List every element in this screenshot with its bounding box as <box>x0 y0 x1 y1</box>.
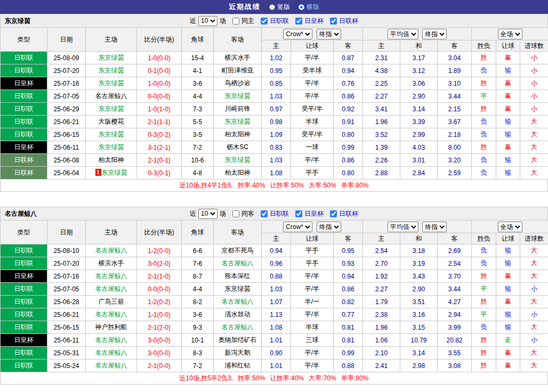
league-cup-checkbox[interactable] <box>330 210 337 217</box>
corner-cell: 7-2 <box>182 141 214 154</box>
league-emperor-checkbox[interactable] <box>295 18 302 24</box>
match-date-cell: 25-08-09 <box>47 52 86 64</box>
league-type-cell: 日职联 <box>1 308 47 321</box>
league-cup-label[interactable]: 日联杯 <box>339 209 358 218</box>
odds-stage-select[interactable]: 终指 <box>317 222 341 232</box>
odds-home-cell: 1.03 <box>262 283 291 296</box>
score-cell: 3-0(0-0) <box>137 347 182 360</box>
red-card-badge: 1 <box>95 169 101 176</box>
result-group-header: 全场 <box>472 220 548 233</box>
avg-draw-cell: 2.84 <box>400 167 438 179</box>
layout-option-vertical[interactable]: 竖版 <box>269 3 290 12</box>
avg-home-cell: 4.38 <box>363 64 400 77</box>
corner-cell: 4-4 <box>182 283 214 296</box>
match-row: 日职联25-08-10名古屋鲸八1-2(0-0)6-6京都不死鸟0.94平手0.… <box>1 244 548 257</box>
horizontal-radio[interactable] <box>299 4 304 10</box>
scope-select[interactable]: 全场 <box>498 29 522 39</box>
corner-cell: 7-3 <box>182 103 214 116</box>
odds-stage-select[interactable]: 终指 <box>317 29 341 39</box>
avg-away-cell: 3.08 <box>438 360 472 372</box>
scope-select[interactable]: 全场 <box>498 222 522 232</box>
handicap-cell: 平/半 <box>291 90 334 103</box>
home-team-name: 东京绿茵 <box>99 105 124 112</box>
match-date-cell: 25-06-21 <box>47 308 86 321</box>
league-emperor-label[interactable]: 日皇杯 <box>304 17 324 26</box>
vertical-radio[interactable] <box>269 4 275 10</box>
odds-away-cell: 0.82 <box>334 296 363 308</box>
corner-cell: 3-6 <box>182 77 214 90</box>
league-cup-checkbox[interactable] <box>330 18 337 24</box>
avg-draw-cell: 2.99 <box>400 128 438 141</box>
col-home: 主场 <box>86 220 137 244</box>
league-cup-label[interactable]: 日联杯 <box>339 17 358 26</box>
odds-away-cell: 0.86 <box>334 283 363 296</box>
same-venue-checkbox[interactable] <box>232 210 239 217</box>
sub-col-avg-away: 客 <box>438 233 472 244</box>
avg-stage-select[interactable]: 终指 <box>422 222 447 232</box>
match-count-select[interactable]: 10 <box>198 16 217 26</box>
handicap-cell: 半/一 <box>291 296 334 308</box>
league-type-cell: 日职联 <box>1 283 47 296</box>
avg-group-header: 平均值 终指 <box>363 28 472 40</box>
sub-col-avg-home: 主 <box>363 233 400 244</box>
result-handicap-cell: 赢 <box>496 347 520 360</box>
result-outcome-cell: 负 <box>472 116 496 128</box>
odds-source-select[interactable]: Crow* <box>283 29 312 39</box>
league-type-cell: 日联杯 <box>1 167 47 179</box>
avg-source-select[interactable]: 平均值 <box>388 29 418 39</box>
avg-stage-select[interactable]: 终指 <box>422 29 447 39</box>
match-row: 日职联25-07-20东京绿茵0-1(0-0)4-1町田泽维亚0.95受半球0.… <box>1 64 548 77</box>
result-goals-cell: 大 <box>520 347 548 360</box>
handicap-cell: 三球 <box>291 334 334 347</box>
result-goals-cell: 大 <box>520 296 548 308</box>
odds-away-cell: 0.81 <box>334 321 363 334</box>
sub-col-outcome: 胜负 <box>472 40 496 52</box>
col-away: 客场 <box>214 28 262 52</box>
handicap-cell: 平/半 <box>291 283 334 296</box>
result-outcome-cell: 负 <box>472 128 496 141</box>
layout-option-horizontal[interactable]: 横版 <box>299 3 319 12</box>
league-j1-label[interactable]: 日职联 <box>270 209 289 218</box>
corner-cell: 7-2 <box>182 360 214 372</box>
away-team-cell: 熊本深红 <box>214 270 262 283</box>
topbar: 近期战绩 竖版 横版 <box>0 0 548 14</box>
result-goals-cell: 大 <box>520 167 548 179</box>
home-team-cell: 名古屋鲸八 <box>86 244 137 257</box>
odds-home-cell: 0.95 <box>262 64 291 77</box>
league-j1-checkbox[interactable] <box>261 18 268 24</box>
same-venue-label[interactable]: 同主 <box>241 17 254 26</box>
league-type-cell: 日职联 <box>1 257 47 270</box>
avg-draw-cell: 3.18 <box>400 244 438 257</box>
result-handicap-cell: 赢 <box>496 141 520 154</box>
league-j1-checkbox[interactable] <box>261 210 268 217</box>
avg-home-cell: 3.52 <box>363 128 400 141</box>
odds-away-cell: 0.99 <box>334 141 363 154</box>
sub-col-handicap: 让球 <box>291 233 334 244</box>
away-team-cell: 东京绿茵 <box>214 116 262 128</box>
score-cell: 1-0(0-0) <box>137 52 182 64</box>
league-type-cell: 日职联 <box>1 347 47 360</box>
result-goals-cell: 大 <box>520 116 548 128</box>
home-team-cell: 名古屋鲸八 <box>86 308 137 321</box>
avg-source-select[interactable]: 平均值 <box>388 222 418 232</box>
avg-group-header: 平均值 终指 <box>363 220 472 233</box>
score-cell: 0-0(0-0) <box>137 283 182 296</box>
league-j1-label[interactable]: 日职联 <box>270 17 289 26</box>
away-team-cell: 横滨水手 <box>214 52 262 64</box>
avg-away-cell: 3.67 <box>438 116 472 128</box>
match-row: 日职联25-06-29东京绿茵1-0(1-0)7-3川崎前锋0.97受平/半0.… <box>1 103 548 116</box>
horizontal-radio-label[interactable]: 横版 <box>307 3 319 12</box>
sub-col-avg-away: 客 <box>438 40 472 52</box>
match-count-select[interactable]: 10 <box>198 209 217 219</box>
league-emperor-label[interactable]: 日皇杯 <box>304 209 324 218</box>
match-date-cell: 25-07-16 <box>47 77 86 90</box>
odds-away-cell: 0.91 <box>334 116 363 128</box>
col-away: 客场 <box>214 220 262 244</box>
avg-draw-cell: 3.15 <box>400 321 438 334</box>
same-venue-label[interactable]: 同客 <box>241 209 254 218</box>
odds-away-cell: 0.99 <box>334 347 363 360</box>
vertical-radio-label[interactable]: 竖版 <box>277 3 290 12</box>
odds-source-select[interactable]: Crow* <box>283 222 312 232</box>
same-venue-checkbox[interactable] <box>232 18 239 24</box>
league-emperor-checkbox[interactable] <box>295 210 302 217</box>
